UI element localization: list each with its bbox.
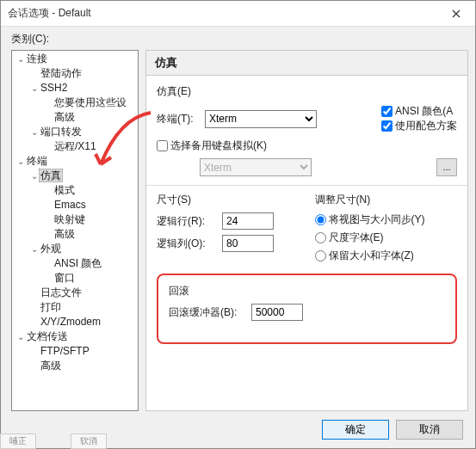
- tree-node[interactable]: 高级: [12, 359, 138, 373]
- chevron-down-icon[interactable]: ⌄: [15, 154, 25, 169]
- close-button[interactable]: [437, 1, 475, 27]
- tree-node-label: 窗口: [53, 272, 77, 284]
- tree-node-label: 仿真: [39, 169, 63, 182]
- tree-node-label: ANSI 颜色: [53, 257, 103, 269]
- tree-node-label: 外观: [39, 243, 63, 255]
- emulation-group-label: 仿真(E): [157, 84, 457, 99]
- window-title: 会话选项 - Default: [8, 6, 437, 21]
- resize-radio-font[interactable]: 尺度字体(E): [315, 231, 384, 243]
- resize-radio-keep[interactable]: 保留大小和字体(Z): [315, 249, 414, 261]
- use-scheme-checkbox[interactable]: 使用配色方案: [381, 120, 457, 132]
- tree-node-label: 高级: [39, 360, 63, 372]
- close-icon: [452, 9, 461, 18]
- tree-node-label: 打印: [39, 301, 63, 313]
- tree-node[interactable]: 模式: [12, 183, 138, 198]
- terminal-select[interactable]: Xterm: [205, 110, 317, 128]
- tree-node[interactable]: ⌄文档传送: [12, 329, 138, 344]
- tree-node[interactable]: ⌄终端: [12, 154, 138, 169]
- tree-node-label: 映射键: [53, 213, 87, 225]
- ok-button[interactable]: 确定: [322, 420, 389, 440]
- tree-node-label: FTP/SFTP: [39, 345, 91, 357]
- tree-node-label: 远程/X11: [53, 140, 98, 152]
- resize-group-label: 调整尺寸(N): [315, 193, 458, 207]
- size-group-label: 尺寸(S): [157, 193, 300, 207]
- tree-node[interactable]: 高级: [12, 227, 138, 242]
- logical-rows-label: 逻辑行(R):: [157, 214, 217, 229]
- tree-node[interactable]: 高级: [12, 110, 138, 125]
- panel-body: 仿真(E) 终端(T): Xterm ANSI 颜色(A 使用配色方案 选择备用…: [145, 76, 468, 411]
- tree-node-label: 高级: [53, 111, 77, 123]
- category-label: 类别(C):: [1, 27, 475, 50]
- ansi-color-checkbox[interactable]: ANSI 颜色(A: [381, 105, 453, 117]
- tree-node[interactable]: ⌄端口转发: [12, 125, 138, 139]
- chevron-down-icon[interactable]: ⌄: [29, 81, 39, 95]
- terminal-label: 终端(T):: [157, 112, 200, 126]
- tree-node[interactable]: 窗口: [12, 271, 138, 286]
- tree-node[interactable]: X/Y/Zmodem: [12, 315, 138, 329]
- resize-radio-sync[interactable]: 将视图与大小同步(Y): [315, 213, 425, 225]
- tree-node[interactable]: 打印: [12, 300, 138, 315]
- tree-node-label: 连接: [25, 52, 49, 65]
- tree-node[interactable]: Emacs: [12, 198, 138, 212]
- chevron-down-icon[interactable]: ⌄: [29, 242, 39, 256]
- tree-node[interactable]: ⌄连接: [12, 52, 138, 66]
- tree-node-label: 终端: [25, 155, 49, 167]
- tree-node-label: 高级: [53, 228, 77, 240]
- scrollback-highlight: 回滚 回滚缓冲器(B):: [157, 274, 457, 344]
- scrollback-label: 回滚缓冲器(B):: [169, 305, 246, 320]
- logical-cols-label: 逻辑列(O):: [157, 237, 217, 251]
- logical-cols-input[interactable]: [222, 235, 274, 252]
- scrollback-input[interactable]: [251, 304, 303, 321]
- tree-node[interactable]: ⌄SSH2: [12, 81, 138, 95]
- cancel-button[interactable]: 取消: [396, 420, 463, 440]
- chevron-down-icon[interactable]: ⌄: [15, 52, 25, 66]
- alt-keyboard-checkbox[interactable]: 选择备用键盘模拟(K): [157, 138, 267, 153]
- tree-node[interactable]: 您要使用这些设: [12, 95, 138, 110]
- panel-title: 仿真: [145, 50, 468, 76]
- titlebar: 会话选项 - Default: [1, 1, 475, 27]
- tree-node-label: 端口转发: [39, 126, 83, 138]
- tree-node[interactable]: ANSI 颜色: [12, 256, 138, 271]
- tree-node[interactable]: 映射键: [12, 212, 138, 227]
- logical-rows-input[interactable]: [222, 212, 274, 230]
- tree-node[interactable]: FTP/SFTP: [12, 344, 138, 359]
- alt-keyboard-select: Xterm: [200, 158, 312, 176]
- chevron-down-icon[interactable]: ⌄: [29, 125, 39, 139]
- tree-node[interactable]: 远程/X11: [12, 139, 138, 154]
- tree-node[interactable]: 登陆动作: [12, 66, 138, 81]
- tree-node-label: 日志文件: [39, 286, 83, 298]
- tree-node-label: X/Y/Zmodem: [39, 316, 102, 328]
- tree-node-label: 您要使用这些设: [53, 96, 128, 108]
- chevron-down-icon[interactable]: ⌄: [29, 169, 39, 183]
- dialog-window: 会话选项 - Default 类别(C): ⌄连接登陆动作⌄SSH2您要使用这些…: [0, 0, 476, 449]
- tree-node[interactable]: ⌄外观: [12, 242, 138, 256]
- category-tree[interactable]: ⌄连接登陆动作⌄SSH2您要使用这些设高级⌄端口转发远程/X11⌄终端⌄仿真模式…: [11, 50, 139, 411]
- scrollback-group-label: 回滚: [169, 284, 445, 298]
- browse-button[interactable]: ...: [436, 158, 457, 176]
- clipped-background: 哺正软消: [0, 434, 107, 449]
- tree-node-label: 登陆动作: [39, 67, 83, 79]
- chevron-down-icon[interactable]: ⌄: [15, 329, 25, 344]
- tree-node-label: 模式: [53, 184, 77, 196]
- tree-node-label: 文档传送: [25, 330, 70, 342]
- tree-node[interactable]: ⌄仿真: [12, 169, 138, 183]
- tree-node[interactable]: 日志文件: [12, 286, 138, 300]
- tree-node-label: SSH2: [39, 82, 69, 94]
- tree-node-label: Emacs: [53, 199, 88, 211]
